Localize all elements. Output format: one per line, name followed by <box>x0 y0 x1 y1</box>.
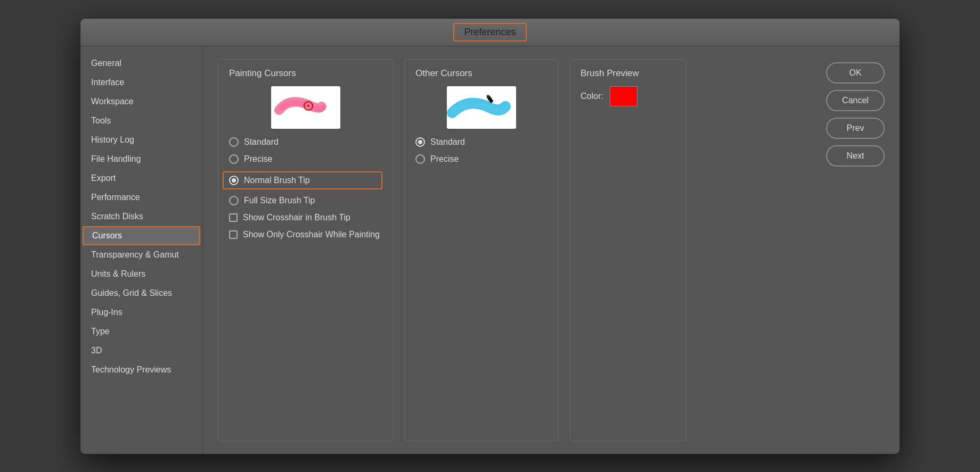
painting-cursors-title: Painting Cursors <box>229 68 382 79</box>
sidebar-item-3d[interactable]: 3D <box>80 341 202 360</box>
action-buttons: OK Cancel Prev Next <box>811 46 900 454</box>
painting-precise-label: Precise <box>244 154 272 164</box>
painting-show-crosshair-checkbox[interactable] <box>229 213 238 222</box>
painting-full-size-option[interactable]: Full Size Brush Tip <box>229 196 382 205</box>
sidebar-item-history-log[interactable]: History Log <box>80 130 202 150</box>
other-standard-radio[interactable] <box>415 137 425 147</box>
sidebar: General Interface Workspace Tools Histor… <box>80 46 203 454</box>
sidebar-item-guides-grid-slices[interactable]: Guides, Grid & Slices <box>80 284 202 303</box>
color-label: Color: <box>581 92 603 101</box>
dialog-body: General Interface Workspace Tools Histor… <box>80 46 900 454</box>
sidebar-item-cursors[interactable]: Cursors <box>83 226 200 245</box>
svg-point-2 <box>307 105 309 107</box>
sidebar-item-export[interactable]: Export <box>80 169 202 188</box>
preferences-dialog: Preferences General Interface Workspace … <box>80 18 900 454</box>
title-bar: Preferences <box>80 19 900 46</box>
painting-cursor-preview <box>271 86 340 129</box>
other-standard-option[interactable]: Standard <box>415 137 548 147</box>
painting-show-only-crosshair-label: Show Only Crosshair While Painting <box>243 230 380 239</box>
painting-standard-label: Standard <box>244 137 279 147</box>
brush-preview-title: Brush Preview <box>581 68 675 79</box>
sidebar-item-units-rulers[interactable]: Units & Rulers <box>80 264 202 284</box>
painting-precise-radio[interactable] <box>229 154 239 164</box>
sidebar-item-interface[interactable]: Interface <box>80 73 202 92</box>
other-precise-radio[interactable] <box>415 154 425 164</box>
painting-show-only-crosshair-option[interactable]: Show Only Crosshair While Painting <box>229 230 382 239</box>
painting-cursors-section: Painting Cursors St <box>218 59 394 441</box>
ok-button[interactable]: OK <box>826 62 885 84</box>
sidebar-item-technology-previews[interactable]: Technology Previews <box>80 360 202 379</box>
painting-full-size-label: Full Size Brush Tip <box>244 196 315 205</box>
cancel-button[interactable]: Cancel <box>826 90 885 111</box>
sidebar-item-general[interactable]: General <box>80 54 202 73</box>
sidebar-item-workspace[interactable]: Workspace <box>80 92 202 111</box>
other-standard-label: Standard <box>430 137 465 147</box>
painting-normal-brush-tip-label: Normal Brush Tip <box>244 176 310 185</box>
painting-full-size-radio[interactable] <box>229 196 239 205</box>
sidebar-item-file-handling[interactable]: File Handling <box>80 150 202 169</box>
other-cursors-section: Other Cursors <box>404 59 559 441</box>
other-cursors-title: Other Cursors <box>415 68 548 79</box>
painting-standard-option[interactable]: Standard <box>229 137 382 147</box>
sidebar-item-type[interactable]: Type <box>80 322 202 341</box>
sidebar-item-tools[interactable]: Tools <box>80 111 202 130</box>
sidebar-item-scratch-disks[interactable]: Scratch Disks <box>80 207 202 226</box>
next-button[interactable]: Next <box>826 145 885 167</box>
brush-preview-color-swatch[interactable] <box>610 86 638 106</box>
painting-show-crosshair-option[interactable]: Show Crosshair in Brush Tip <box>229 213 382 222</box>
brush-preview-color-row: Color: <box>581 86 675 106</box>
brush-preview-section: Brush Preview Color: <box>569 59 687 441</box>
other-precise-label: Precise <box>430 154 459 164</box>
painting-show-crosshair-label: Show Crosshair in Brush Tip <box>243 213 350 222</box>
dialog-title: Preferences <box>453 23 526 42</box>
sidebar-item-plug-ins[interactable]: Plug-Ins <box>80 303 202 322</box>
sidebar-item-performance[interactable]: Performance <box>80 188 202 207</box>
painting-show-only-crosshair-checkbox[interactable] <box>229 230 238 239</box>
painting-precise-option[interactable]: Precise <box>229 154 382 164</box>
other-precise-option[interactable]: Precise <box>415 154 548 164</box>
sidebar-item-transparency-gamut[interactable]: Transparency & Gamut <box>80 245 202 264</box>
painting-standard-radio[interactable] <box>229 137 239 147</box>
main-content: Painting Cursors St <box>203 46 811 454</box>
painting-normal-brush-tip-option[interactable]: Normal Brush Tip <box>223 171 382 189</box>
prev-button[interactable]: Prev <box>826 118 885 139</box>
painting-normal-brush-tip-radio[interactable] <box>229 176 239 185</box>
other-cursor-preview <box>447 86 516 129</box>
